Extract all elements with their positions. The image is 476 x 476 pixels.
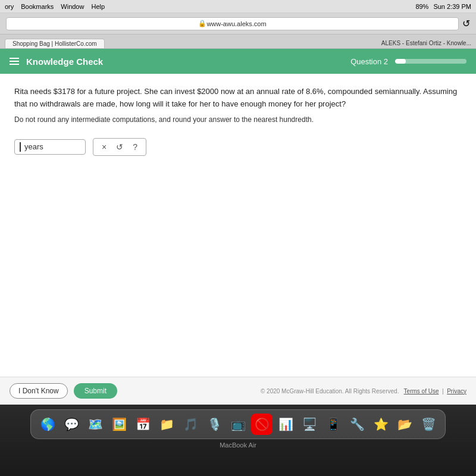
bottom-left: I Don't Know Submit: [10, 383, 117, 399]
progress-bar-fill: [395, 59, 406, 64]
instruction-text: Do not round any intermediate computatio…: [14, 115, 462, 124]
years-unit: years: [24, 142, 43, 151]
dock-item-numbers[interactable]: 📊: [275, 414, 296, 435]
undo-button[interactable]: ↺: [112, 141, 127, 153]
action-buttons: × ↺ ?: [93, 138, 146, 156]
dock: 🌎 💬 🗺️ 🖼️ 📅 📁 🎵 🎙️ 📺 🚫 📊 🖥️ 📱 🔧 ⭐ 📂 🗑️: [30, 409, 446, 439]
browser-tabs: Shopping Bag | HollisterCo.com ALEKS - E…: [0, 35, 476, 49]
dock-item-iphone[interactable]: 📱: [322, 414, 344, 435]
dock-item-messages[interactable]: 💬: [61, 414, 82, 435]
reload-icon[interactable]: ↺: [462, 18, 470, 29]
mac-menubar: ory Bookmarks Window Help 89% Sun 2:39 P…: [0, 0, 476, 13]
dock-area: 🌎 💬 🗺️ 🖼️ 📅 📁 🎵 🎙️ 📺 🚫 📊 🖥️ 📱 🔧 ⭐ 📂 🗑️ M…: [0, 405, 476, 476]
header-left: Knowledge Check: [10, 57, 103, 67]
cursor-indicator: [20, 142, 21, 152]
hamburger-line-3: [10, 64, 19, 65]
hamburger-menu[interactable]: [10, 58, 19, 65]
dock-item-notes[interactable]: 📁: [156, 414, 177, 435]
dont-know-button[interactable]: I Don't Know: [10, 383, 68, 399]
question-label: Question 2: [350, 57, 388, 66]
menubar-item-help[interactable]: Help: [91, 3, 105, 10]
help-button[interactable]: ?: [129, 141, 141, 153]
browser-toolbar: 🔒 www-awu.aleks.com ↺: [0, 13, 476, 35]
menubar-item-bookmarks[interactable]: Bookmarks: [21, 3, 54, 10]
dock-item-maps[interactable]: 🗺️: [84, 414, 106, 435]
url-bar[interactable]: 🔒 www-awu.aleks.com: [6, 17, 459, 30]
dock-item-photos[interactable]: 🖼️: [108, 414, 130, 435]
footer-text: © 2020 McGraw-Hill Education. All Rights…: [261, 388, 466, 394]
dock-item-trash[interactable]: 🗑️: [418, 414, 439, 435]
tab-hollister[interactable]: Shopping Bag | HollisterCo.com: [5, 39, 105, 48]
url-text: www-awu.aleks.com: [206, 20, 266, 27]
battery-status: 89%: [415, 3, 428, 10]
lock-icon: 🔒: [198, 20, 206, 27]
dock-item-finder[interactable]: 🌎: [37, 414, 58, 435]
tab-aleks[interactable]: ALEKS - Estefani Ortiz - Knowle...: [381, 40, 471, 48]
dock-item-podcasts[interactable]: 🎙️: [203, 414, 225, 435]
answer-input-wrapper[interactable]: years: [14, 139, 86, 155]
copyright-text: © 2020 McGraw-Hill Education. All Rights…: [261, 388, 399, 394]
dock-item-files[interactable]: 📂: [394, 414, 415, 435]
macbook-label: MacBook Air: [220, 441, 256, 449]
dock-item-tv[interactable]: 📺: [227, 414, 249, 435]
clear-button[interactable]: ×: [98, 141, 110, 153]
bottom-bar: I Don't Know Submit © 2020 McGraw-Hill E…: [0, 377, 476, 405]
menubar-left: ory Bookmarks Window Help: [5, 3, 105, 10]
hamburger-line-1: [10, 58, 19, 59]
terms-link[interactable]: Terms of Use: [404, 388, 439, 394]
main-content: Rita needs $3178 for a future project. S…: [0, 74, 476, 377]
answer-area: years × ↺ ?: [14, 138, 462, 156]
menubar-item-history[interactable]: ory: [5, 3, 14, 10]
dock-item-news[interactable]: 🚫: [251, 414, 273, 435]
page-title: Knowledge Check: [26, 57, 103, 67]
hamburger-line-2: [10, 61, 19, 62]
menubar-right: 89% Sun 2:39 PM: [415, 3, 471, 10]
dock-item-imovie[interactable]: ⭐: [370, 414, 392, 435]
dock-item-music[interactable]: 🎵: [180, 414, 201, 435]
dock-item-monitor[interactable]: 🖥️: [299, 414, 320, 435]
header-right: Question 2: [350, 57, 466, 66]
dock-item-apps[interactable]: 🔧: [346, 414, 368, 435]
dock-item-calendar[interactable]: 📅: [132, 414, 154, 435]
submit-button[interactable]: Submit: [74, 383, 117, 399]
menubar-item-window[interactable]: Window: [61, 3, 84, 10]
progress-bar: [395, 59, 466, 64]
clock: Sun 2:39 PM: [433, 3, 471, 10]
privacy-link[interactable]: Privacy: [447, 388, 466, 394]
aleks-header: Knowledge Check Question 2: [0, 49, 476, 74]
question-text: Rita needs $3178 for a future project. S…: [14, 86, 462, 111]
